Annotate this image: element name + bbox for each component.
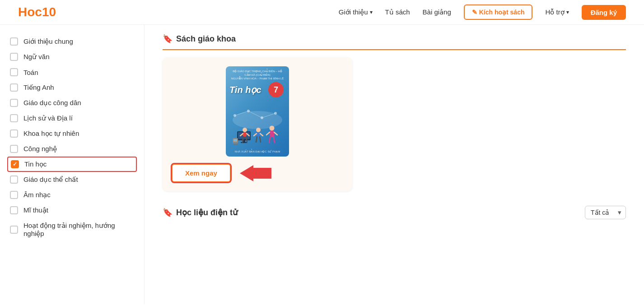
svg-point-20 [270, 126, 275, 131]
sidebar-label-tieng-anh: Tiếng Anh [23, 83, 54, 92]
sidebar-item-hoat-dong-trai-nghiem[interactable]: Hoạt động trải nghiệm, hướng nghiệp [7, 218, 137, 241]
checkbox-cong-nghe[interactable] [10, 145, 18, 153]
svg-point-7 [274, 112, 277, 115]
svg-point-6 [261, 116, 263, 119]
sidebar-item-lich-su-dia-li[interactable]: Lịch sử và Địa lí [7, 111, 137, 126]
svg-line-28 [256, 137, 257, 142]
checkbox-lich-su-dia-li[interactable] [10, 114, 18, 122]
sidebar-label-giao-duc-cong-dan: Giáo dục công dân [23, 99, 81, 107]
hoc-lieu-title: Học liệu điện tử [176, 208, 238, 217]
main-content: 🔖 Sách giáo khoa BỘ GIÁO DỤC TRỌNG CHỦ B… [145, 25, 644, 304]
svg-point-33 [236, 139, 237, 141]
bookmark-icon: 🔖 [163, 34, 173, 44]
nav-ho-tro[interactable]: Hỗ trợ ▾ [545, 8, 569, 16]
book-illustration-svg [230, 106, 285, 147]
svg-point-5 [247, 110, 250, 112]
sidebar-label-lich-su-dia-li: Lịch sử và Địa lí [23, 114, 73, 122]
svg-rect-34 [233, 143, 235, 145]
sidebar-label-khoa-hoc-tu-nhien: Khoa học tự nhiên [23, 129, 79, 138]
sach-section-title: Sách giáo khoa [176, 34, 236, 44]
logo-text: Hoc [18, 5, 42, 19]
logo[interactable]: Hoc10 [18, 5, 56, 19]
svg-point-16 [256, 128, 261, 132]
sidebar-label-cong-nghe: Công nghệ [23, 145, 57, 153]
svg-rect-13 [243, 132, 247, 137]
bookmark-icon-hoc-lieu: 🔖 [163, 208, 173, 217]
svg-line-23 [274, 132, 277, 135]
sach-section-header: 🔖 Sách giáo khoa [163, 34, 626, 44]
hoc-lieu-section: 🔖 Học liệu điện tử Tất cả Video Bài tập [163, 206, 626, 219]
svg-rect-35 [236, 143, 237, 145]
sidebar-item-cong-nghe[interactable]: Công nghệ [7, 141, 137, 157]
xem-ngay-area: Xem ngay [172, 164, 343, 182]
book-title-text: Tin học [229, 84, 261, 95]
svg-line-22 [266, 132, 270, 135]
checkbox-giao-duc-cong-dan[interactable] [10, 99, 18, 107]
sidebar-item-giao-duc-cong-dan[interactable]: Giáo dục công dân [7, 95, 137, 111]
tat-ca-select[interactable]: Tất cả Video Bài tập [585, 206, 626, 219]
sidebar-label-toan: Toán [23, 69, 38, 76]
svg-marker-36 [240, 165, 271, 181]
svg-rect-21 [270, 131, 274, 137]
sidebar-label-hoat-dong-trai-nghiem: Hoạt động trải nghiệm, hướng nghiệp [23, 222, 134, 238]
checkbox-hoat-dong-trai-nghiem[interactable] [10, 226, 18, 234]
svg-line-25 [274, 137, 275, 143]
svg-rect-17 [257, 132, 260, 137]
svg-line-19 [260, 134, 263, 136]
book-number-badge: 7 [268, 82, 284, 97]
sidebar-label-mi-thuat: Mĩ thuật [23, 206, 48, 214]
register-button[interactable]: Đăng ký [582, 5, 626, 20]
section-divider [163, 49, 626, 50]
book-cover-footer-text: NHÀ XUẤT BẢN ĐẠI HỌC SƯ PHẠM [235, 150, 280, 153]
sidebar-item-tieng-anh[interactable]: Tiếng Anh [7, 80, 137, 95]
checkbox-gioi-thieu-chung[interactable] [10, 37, 18, 46]
logo-number: 10 [42, 5, 56, 19]
xem-ngay-button[interactable]: Xem ngay [172, 164, 231, 182]
sidebar-item-toan[interactable]: Toán [7, 65, 137, 80]
chevron-down-icon-hotro: ▾ [566, 9, 569, 15]
sidebar-label-gioi-thieu-chung: Giới thiệu chung [23, 37, 73, 46]
checkbox-tin-hoc[interactable] [11, 160, 19, 168]
sidebar-label-ngu-van: Ngữ văn [23, 53, 50, 61]
nav-tu-sach[interactable]: Tủ sách [385, 8, 410, 16]
checkbox-mi-thuat[interactable] [10, 206, 18, 214]
sidebar-item-khoa-hoc-tu-nhien[interactable]: Khoa học tự nhiên [7, 126, 137, 141]
sidebar-label-am-nhac: Âm nhạc [23, 191, 51, 199]
svg-line-18 [254, 134, 257, 136]
page-layout: Giới thiệu chung Ngữ văn Toán Tiếng Anh … [0, 25, 644, 304]
svg-line-29 [260, 137, 261, 142]
activate-book-button[interactable]: ✎ Kích hoạt sách [464, 5, 533, 20]
chevron-down-icon: ▾ [370, 9, 373, 15]
checkbox-toan[interactable] [10, 68, 18, 76]
book-illustration [230, 98, 285, 149]
book-card: BỘ GIÁO DỤC TRỌNG CHỦ BIÊN – HỒ CẦM HÀ (… [163, 57, 352, 191]
svg-point-12 [243, 128, 247, 132]
arrow-area [240, 165, 271, 181]
nav-gioi-thieu[interactable]: Giới thiệu ▾ [339, 8, 373, 16]
sidebar-item-giao-duc-the-chat[interactable]: Giáo dục thể chất [7, 172, 137, 187]
nav-bai-giang[interactable]: Bài giảng [423, 8, 451, 16]
checkbox-giao-duc-the-chat[interactable] [10, 176, 18, 184]
main-nav: Giới thiệu ▾ Tủ sách Bài giảng ✎ Kích ho… [339, 5, 626, 20]
sidebar: Giới thiệu chung Ngữ văn Toán Tiếng Anh … [0, 25, 145, 304]
book-cover: BỘ GIÁO DỤC TRỌNG CHỦ BIÊN – HỒ CẦM HÀ (… [226, 66, 289, 157]
sidebar-item-am-nhac[interactable]: Âm nhạc [7, 187, 137, 203]
svg-rect-11 [241, 142, 247, 143]
arrow-indicator [240, 165, 271, 181]
sidebar-label-tin-hoc: Tin học [24, 160, 47, 168]
svg-line-24 [269, 137, 270, 143]
sidebar-label-giao-duc-the-chat: Giáo dục thể chất [23, 176, 78, 184]
book-cover-area: BỘ GIÁO DỤC TRỌNG CHỦ BIÊN – HỒ CẦM HÀ (… [172, 66, 343, 157]
sidebar-item-mi-thuat[interactable]: Mĩ thuật [7, 203, 137, 218]
hoc-lieu-title-area: 🔖 Học liệu điện tử [163, 208, 238, 217]
checkbox-am-nhac[interactable] [10, 191, 18, 199]
checkbox-khoa-hoc-tu-nhien[interactable] [10, 129, 18, 138]
sidebar-item-ngu-van[interactable]: Ngữ văn [7, 49, 137, 65]
checkbox-ngu-van[interactable] [10, 53, 18, 61]
tat-ca-select-wrapper: Tất cả Video Bài tập [585, 206, 626, 219]
sidebar-item-gioi-thieu-chung[interactable]: Giới thiệu chung [7, 34, 137, 49]
header: Hoc10 Giới thiệu ▾ Tủ sách Bài giảng ✎ K… [0, 0, 644, 25]
book-cover-publisher: BỘ GIÁO DỤC TRỌNG CHỦ BIÊN – HỒ CẦM HÀ (… [229, 70, 285, 80]
checkbox-tieng-anh[interactable] [10, 83, 18, 92]
sidebar-item-tin-hoc[interactable]: Tin học [7, 157, 137, 172]
